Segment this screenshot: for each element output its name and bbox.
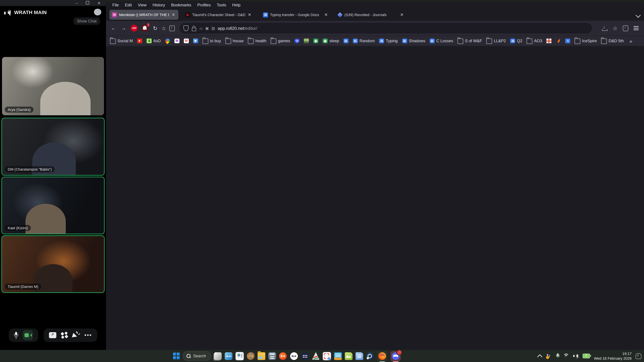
bookmark-item[interactable] — [344, 38, 348, 43]
bookmark-item[interactable]: IceSpire — [575, 38, 597, 44]
bookmark-item[interactable]: 4oD — [146, 38, 161, 43]
taskbar-firefox[interactable] — [377, 351, 388, 361]
home-icon[interactable]: ⌂ — [162, 25, 165, 31]
shield-icon[interactable] — [184, 25, 188, 31]
bookmark-item[interactable] — [294, 38, 300, 43]
bookmark-star-icon[interactable]: ☆ — [613, 25, 618, 31]
tab-dndbeyond[interactable]: Tiaumil's Character Sheet - D&D ✕ — [182, 10, 254, 20]
sync-status-icon[interactable]: ↻ — [546, 353, 552, 359]
tray-overflow-icon[interactable] — [537, 354, 542, 359]
back-icon[interactable]: ← — [111, 25, 116, 31]
bookmark-item[interactable]: health — [248, 38, 266, 44]
bookmark-item[interactable] — [165, 38, 170, 43]
tab-overflow-chevron-icon[interactable] — [636, 12, 641, 18]
taskbar-taskview-icon[interactable] — [214, 352, 222, 360]
permissions-icon[interactable]: ⚏ — [199, 26, 202, 30]
bookmark-item[interactable] — [174, 38, 180, 43]
volume-icon[interactable] — [573, 354, 578, 358]
video-tile-kael[interactable]: Kael (Kiziro) — [1, 177, 105, 234]
reload-icon[interactable]: ↻ — [153, 25, 158, 31]
taskbar-calculator-icon[interactable] — [268, 352, 276, 360]
taskbar-search[interactable]: Search — [183, 351, 211, 361]
taskbar-ea-icon[interactable] — [279, 352, 287, 360]
save-page-icon[interactable] — [170, 25, 175, 31]
mic-blocked-icon[interactable]: ▨ — [212, 26, 215, 30]
screen-share-icon[interactable] — [49, 332, 56, 338]
video-tile-arya[interactable]: Arya (Sandra) — [2, 57, 104, 115]
taskbar-paint-icon[interactable] — [247, 352, 254, 360]
minimize-icon[interactable]: – — [76, 1, 78, 5]
bookmark-item[interactable] — [546, 38, 552, 43]
menu-item-bookmarks[interactable]: Bookmarks — [168, 3, 194, 7]
chat-bubble-icon[interactable] — [94, 9, 101, 15]
taskbar-report-icon[interactable] — [236, 352, 244, 360]
camera-icon[interactable] — [23, 330, 33, 340]
menu-item-help[interactable]: Help — [229, 3, 243, 7]
bookmark-item[interactable] — [565, 38, 570, 43]
forward-icon[interactable]: → — [121, 25, 126, 31]
tab-close-icon[interactable]: ✕ — [400, 12, 404, 17]
camera-blocked-icon[interactable]: ▣ — [205, 26, 209, 30]
taskbar-oowriter-icon[interactable] — [356, 352, 363, 360]
taskbar-keyboard-icon[interactable] — [301, 352, 309, 360]
tab-gdocs[interactable]: Typing transfer - Google Docs ✕ — [260, 10, 331, 20]
taskbar-monitor-icon[interactable] — [225, 352, 232, 360]
bookmark-item[interactable]: D&D 5th — [601, 38, 624, 44]
bookmark-item[interactable] — [137, 38, 142, 43]
wifi-icon[interactable] — [563, 354, 569, 358]
bookmark-item[interactable] — [184, 38, 189, 43]
close-icon[interactable]: ✕ — [98, 1, 100, 5]
bookmark-item[interactable]: Q2 — [510, 38, 522, 43]
taskbar-snip-icon[interactable] — [323, 352, 331, 360]
adblock-icon[interactable] — [131, 25, 138, 31]
bookmark-item[interactable] — [556, 38, 561, 43]
bookmark-item[interactable]: S of W&F — [458, 38, 482, 44]
battery-icon[interactable] — [582, 354, 590, 358]
bookmark-item[interactable]: Typing — [379, 38, 398, 43]
menu-item-view[interactable]: View — [135, 3, 150, 7]
tab-close-icon[interactable]: ✕ — [324, 12, 328, 17]
menu-hamburger-icon[interactable] — [634, 26, 639, 30]
bookmark-item[interactable]: games — [271, 38, 290, 44]
bookmarks-overflow-icon[interactable]: » — [630, 38, 632, 44]
lock-icon[interactable] — [192, 26, 196, 31]
focus-assist-icon[interactable] — [636, 353, 641, 359]
mute-mic-icon[interactable] — [14, 332, 18, 339]
menu-item-history[interactable]: History — [150, 3, 168, 7]
bookmark-item[interactable]: to buy — [202, 38, 221, 44]
video-tile-tiaumil[interactable]: Tiaumil (Darren M) — [1, 235, 105, 293]
tab-close-icon[interactable]: ✕ — [171, 12, 176, 17]
bookmark-item[interactable]: Shadows — [402, 38, 425, 43]
url-bar[interactable]: ⚏ ▣ ▨ app.roll20.net/editor/ — [180, 23, 592, 33]
downloads-icon[interactable] — [602, 25, 607, 31]
soundboard-icon[interactable] — [72, 332, 80, 339]
ghostery-icon[interactable]: 2 — [142, 25, 148, 31]
tab-close-icon[interactable]: ✕ — [247, 12, 252, 17]
bookmark-item[interactable]: AO3 — [527, 38, 542, 44]
bookmark-item[interactable]: C Losses — [430, 38, 453, 43]
bookmark-item[interactable]: Random — [353, 38, 375, 43]
bookmark-item[interactable]: LL&P2 — [486, 38, 506, 44]
taskbar-notes-icon[interactable] — [334, 352, 342, 360]
taskbar-explorer-icon[interactable] — [258, 352, 265, 360]
taskbar-steam-icon[interactable] — [366, 352, 374, 360]
activities-icon[interactable] — [61, 332, 68, 339]
taskbar-discord[interactable] — [390, 351, 401, 361]
bookmark-item[interactable]: house — [225, 38, 244, 44]
bookmark-item[interactable]: Social M — [110, 38, 133, 44]
maximize-icon[interactable] — [86, 1, 89, 5]
tab-roll20[interactable]: Merdelain || WRATH OF THE DIV ✕ — [109, 10, 178, 20]
taskbar-ble-icon[interactable] — [290, 352, 298, 360]
tray-mic-icon[interactable] — [556, 353, 559, 359]
menu-item-file[interactable]: File — [109, 3, 122, 7]
taskbar-oocalc-icon[interactable] — [345, 352, 352, 360]
bookmark-item[interactable] — [193, 38, 198, 43]
bookmark-item[interactable] — [313, 38, 318, 43]
tab-journals[interactable]: (S39) Reunited - Journals ✕ — [335, 10, 407, 20]
menu-item-profiles[interactable]: Profiles — [194, 3, 214, 7]
video-tile-dm[interactable]: DM (Charalampos "Babis") — [1, 118, 105, 176]
menu-item-tools[interactable]: Tools — [214, 3, 229, 7]
firefox-view-icon[interactable] — [623, 25, 628, 31]
start-button-icon[interactable] — [173, 353, 180, 359]
taskbar-prism-icon[interactable] — [312, 352, 320, 360]
